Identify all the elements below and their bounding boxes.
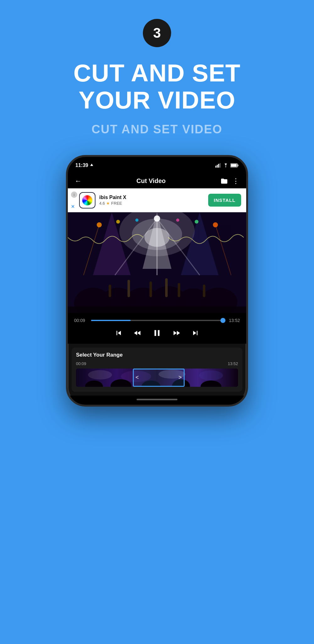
progress-row: 00:09 13:52 bbox=[74, 318, 240, 323]
progress-track[interactable] bbox=[91, 320, 223, 321]
app-bar-icons: ⋮ bbox=[220, 177, 239, 185]
svg-rect-3 bbox=[220, 163, 221, 168]
svg-rect-34 bbox=[127, 280, 130, 297]
svg-point-38 bbox=[88, 370, 112, 380]
filmstrip-selection[interactable]: < > bbox=[133, 369, 185, 387]
phone-frame: 11:39 bbox=[66, 155, 248, 407]
home-indicator bbox=[68, 396, 246, 405]
back-button[interactable]: ← bbox=[75, 177, 82, 185]
total-time: 13:52 bbox=[226, 318, 240, 323]
range-right-handle[interactable]: > bbox=[178, 374, 182, 381]
location-icon bbox=[89, 163, 94, 168]
svg-rect-32 bbox=[178, 283, 180, 297]
svg-rect-1 bbox=[217, 165, 218, 168]
svg-rect-36 bbox=[68, 307, 246, 313]
concert-scene bbox=[68, 212, 246, 313]
filmstrip[interactable]: < > bbox=[76, 369, 238, 387]
app-logo bbox=[82, 195, 93, 206]
progress-thumb bbox=[220, 318, 225, 323]
svg-point-16 bbox=[176, 219, 179, 222]
svg-rect-31 bbox=[149, 281, 152, 297]
app-bar-title: Cut Video bbox=[137, 177, 166, 185]
ad-app-rating: 4.6 ★ FREE bbox=[99, 201, 204, 206]
ad-close-button[interactable]: ✕ bbox=[71, 204, 75, 209]
range-selector: Select Your Range 00:09 13:52 bbox=[72, 347, 242, 392]
svg-point-13 bbox=[116, 220, 120, 224]
playback-bar: 00:09 13:52 bbox=[68, 313, 246, 344]
range-end-time: 13:52 bbox=[228, 361, 238, 366]
home-bar bbox=[137, 399, 177, 400]
svg-point-41 bbox=[199, 370, 223, 380]
svg-rect-35 bbox=[165, 278, 168, 297]
phone-notch bbox=[137, 157, 177, 166]
controls-row bbox=[74, 328, 240, 341]
signal-icon bbox=[215, 163, 221, 168]
video-area bbox=[68, 212, 246, 313]
fast-forward-button[interactable] bbox=[172, 329, 181, 337]
range-start-time: 00:09 bbox=[76, 361, 86, 366]
status-bar: 11:39 bbox=[68, 157, 246, 174]
status-time: 11:39 bbox=[75, 163, 94, 168]
ad-app-icon bbox=[79, 192, 95, 208]
skip-to-end-button[interactable] bbox=[191, 329, 200, 337]
svg-point-4 bbox=[225, 167, 226, 167]
svg-rect-30 bbox=[109, 285, 111, 297]
range-times: 00:09 13:52 bbox=[76, 361, 238, 366]
ad-info-icon[interactable]: i bbox=[71, 192, 77, 198]
progress-fill bbox=[91, 320, 131, 321]
star-icon: ★ bbox=[106, 201, 110, 206]
svg-rect-33 bbox=[203, 285, 205, 297]
pause-button[interactable] bbox=[152, 328, 162, 338]
phone-mockup: 11:39 bbox=[66, 155, 248, 407]
status-icons bbox=[215, 163, 239, 168]
menu-icon[interactable]: ⋮ bbox=[232, 177, 239, 185]
svg-point-17 bbox=[195, 220, 198, 224]
svg-point-14 bbox=[135, 219, 138, 222]
app-bar: ← Cut Video ⋮ bbox=[68, 174, 246, 188]
step-badge: 3 bbox=[143, 19, 171, 47]
svg-rect-0 bbox=[215, 166, 216, 168]
wifi-icon bbox=[223, 163, 229, 168]
rewind-button[interactable] bbox=[133, 329, 142, 337]
ad-install-button[interactable]: INSTALL bbox=[208, 194, 241, 207]
sub-heading: CUT AND SET VIDEO bbox=[92, 123, 223, 136]
ad-app-name: ibis Paint X bbox=[99, 195, 204, 200]
step-number: 3 bbox=[153, 25, 161, 41]
main-heading: CUT AND SET YOUR VIDEO bbox=[48, 60, 266, 114]
folder-icon[interactable] bbox=[220, 177, 228, 185]
svg-rect-7 bbox=[231, 164, 237, 166]
range-title: Select Your Range bbox=[76, 352, 238, 358]
skip-to-start-button[interactable] bbox=[114, 329, 123, 337]
svg-rect-6 bbox=[237, 164, 238, 166]
ad-banner: i ✕ ibis Paint X 4.6 ★ FREE INSTALL bbox=[68, 188, 246, 212]
svg-rect-2 bbox=[218, 164, 219, 168]
battery-icon bbox=[230, 163, 239, 168]
current-time: 00:09 bbox=[74, 318, 88, 323]
range-left-handle[interactable]: < bbox=[136, 374, 139, 381]
ad-text: ibis Paint X 4.6 ★ FREE bbox=[99, 195, 204, 206]
